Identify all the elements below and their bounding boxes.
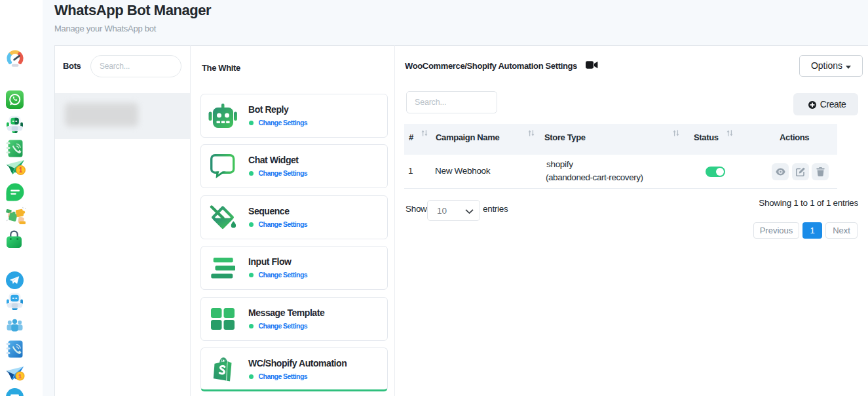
svg-text:1: 1 (18, 372, 22, 380)
svg-text:1: 1 (19, 167, 23, 174)
